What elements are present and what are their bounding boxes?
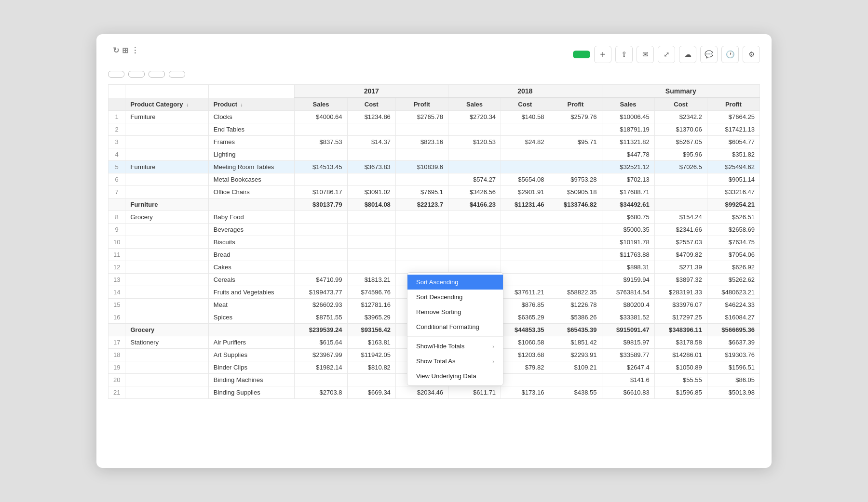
- more-icon[interactable]: ⋮: [131, 46, 139, 55]
- product-cell: Binding Machines: [208, 374, 295, 386]
- profit-summary-cell: $351.82: [707, 148, 760, 161]
- row-num-cell: 20: [108, 374, 125, 386]
- sales-summary-cell: $447.78: [602, 148, 654, 161]
- themes-button[interactable]: [169, 71, 185, 78]
- product-cell: Biscuits: [208, 236, 295, 249]
- profit-2017-cell: [395, 123, 448, 136]
- category-cell: [125, 173, 208, 186]
- cloud-button[interactable]: ☁: [679, 46, 696, 63]
- cost-summary-cell: $2341.66: [654, 224, 707, 236]
- profit-2018-cell: [549, 261, 602, 274]
- chat-button[interactable]: 💬: [700, 46, 718, 63]
- sales-summary-cell: $33589.77: [602, 349, 654, 361]
- profit-summary-cell: $626.92: [707, 261, 760, 274]
- cost-2018-cell: $24.82: [501, 136, 549, 148]
- sales-summary-cell: $11321.82: [602, 136, 654, 148]
- row-num-cell: 14: [108, 286, 125, 299]
- product-cell: Spices: [208, 311, 295, 324]
- sales-2018-cell: [448, 224, 501, 236]
- share-button[interactable]: ⤢: [658, 46, 675, 63]
- upload-button[interactable]: ⇧: [615, 46, 633, 63]
- product-cell: Frames: [208, 136, 295, 148]
- cost-2018-cell: $79.82: [501, 361, 549, 374]
- cost-2018-cell: [501, 161, 549, 173]
- row-num-cell: 2: [108, 123, 125, 136]
- view-underlying-data-item[interactable]: View Underlying Data: [407, 369, 503, 383]
- row-num-cell: 3: [108, 136, 125, 148]
- cost-summary-cell: $7026.5: [654, 161, 707, 173]
- category-cell: [125, 386, 208, 399]
- cost-summary-cell: $33976.07: [654, 299, 707, 311]
- table-icon[interactable]: ⊞: [122, 46, 128, 55]
- year-header-row: 2017 2018 Summary: [108, 85, 760, 98]
- row-num-cell: 12: [108, 261, 125, 274]
- cost-2017-cell: $810.82: [347, 361, 395, 374]
- cost-2018-cell: [501, 274, 549, 286]
- product-cell: Bread: [208, 249, 295, 261]
- sales-2017-cell: [295, 173, 347, 186]
- profit-summary-cell: $7634.75: [707, 236, 760, 249]
- product-cell: Office Chairs: [208, 186, 295, 198]
- sales-2018-cell: [448, 249, 501, 261]
- product-header-spacer: [208, 85, 295, 98]
- sort-ascending-item[interactable]: Sort Ascending: [407, 275, 503, 290]
- data-table-container: 2017 2018 Summary Product Category ↓ Pro…: [108, 84, 760, 399]
- profit-2018-cell: $5386.26: [549, 311, 602, 324]
- settings-button[interactable]: ⚙: [743, 46, 760, 63]
- profit-2018-cell: [549, 224, 602, 236]
- sales-2017-cell: $199473.77: [295, 286, 347, 299]
- email-button[interactable]: ✉: [637, 46, 654, 63]
- profit-2018-cell: $2579.76: [549, 111, 602, 123]
- conditional-formatting-item[interactable]: Conditional Formatting: [407, 319, 503, 334]
- profit-2017-col: Profit: [395, 98, 448, 111]
- add-button[interactable]: +: [594, 46, 611, 63]
- sales-summary-col: Sales: [602, 98, 654, 111]
- cost-summary-cell: $3178.58: [654, 336, 707, 349]
- product-cell: Fruits and Vegetables: [208, 286, 295, 299]
- profit-2018-cell: $1226.78: [549, 299, 602, 311]
- remove-sorting-item[interactable]: Remove Sorting: [407, 304, 503, 319]
- cost-summary-col: Cost: [654, 98, 707, 111]
- sales-summary-cell: $10006.45: [602, 111, 654, 123]
- cost-summary-cell: $4709.82: [654, 249, 707, 261]
- profit-2018-cell: $1851.42: [549, 336, 602, 349]
- product-cell: Binding Supplies: [208, 386, 295, 399]
- cost-2018-cell: [501, 148, 549, 161]
- cost-2017-cell: $74596.76: [347, 286, 395, 299]
- profit-summary-cell: $33216.47: [707, 186, 760, 198]
- edit-design-button[interactable]: [573, 51, 590, 58]
- show-hide-totals-button[interactable]: [128, 71, 145, 78]
- sales-summary-cell: $33381.52: [602, 311, 654, 324]
- show-hide-totals-item[interactable]: Show/Hide Totals ›: [407, 339, 503, 354]
- sales-summary-cell: $680.75: [602, 211, 654, 224]
- sort-button[interactable]: [108, 71, 124, 78]
- underlying-data-button[interactable]: [149, 71, 165, 78]
- product-category-col[interactable]: Product Category ↓: [125, 98, 208, 111]
- cost-2017-cell: $3965.29: [347, 311, 395, 324]
- cost-2018-cell: $1203.68: [501, 349, 549, 361]
- refresh-icon[interactable]: ↻: [113, 46, 119, 55]
- row-num-cell: 9: [108, 224, 125, 236]
- product-col[interactable]: Product ↓: [208, 98, 295, 111]
- sales-2017-cell: $2703.8: [295, 386, 347, 399]
- category-cell: [125, 224, 208, 236]
- profit-2017-cell: [395, 249, 448, 261]
- cost-2017-cell: [347, 249, 395, 261]
- category-cell: Furniture: [125, 198, 208, 211]
- profit-summary-cell: $480623.21: [707, 286, 760, 299]
- profit-2018-cell: [549, 236, 602, 249]
- main-window: ↻ ⊞ ⋮ + ⇧ ✉ ⤢ ☁ 💬 🕐 ⚙: [96, 34, 772, 468]
- row-num-cell: 10: [108, 236, 125, 249]
- product-cell: Meeting Room Tables: [208, 161, 295, 173]
- sales-2017-cell: [295, 374, 347, 386]
- sales-2017-cell: $239539.24: [295, 324, 347, 336]
- cost-2017-cell: [347, 224, 395, 236]
- clock-button[interactable]: 🕐: [721, 46, 739, 63]
- profit-2018-cell: $58822.35: [549, 286, 602, 299]
- show-total-as-item[interactable]: Show Total As ›: [407, 354, 503, 369]
- cost-2017-cell: $1234.86: [347, 111, 395, 123]
- profit-summary-cell: $6637.39: [707, 336, 760, 349]
- profit-summary-cell: $99254.21: [707, 198, 760, 211]
- cost-summary-cell: $95.96: [654, 148, 707, 161]
- sort-descending-item[interactable]: Sort Descending: [407, 290, 503, 304]
